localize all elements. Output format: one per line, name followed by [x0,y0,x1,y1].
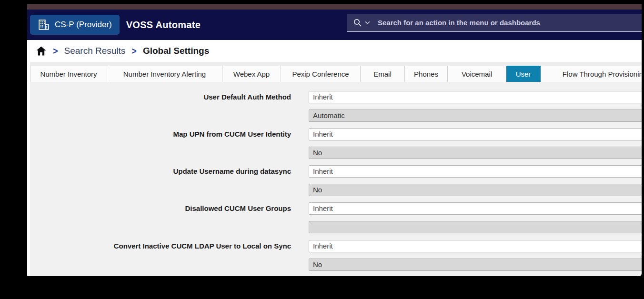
tab-flow-through-provisioning[interactable]: Flow Through Provisioning [541,66,642,82]
tenant-badge-label: CS-P (Provider) [55,20,112,30]
tenant-selector-badge[interactable]: CS-P (Provider) [30,15,120,35]
breadcrumb-item-global-settings: Global Settings [143,46,209,56]
field-label-map-upn-from-cucm-user-identity: Map UPN from CUCM User Identity [27,128,291,140]
readonly-convert-inactive-cucm-ldap-user-value: No [309,259,642,271]
home-icon[interactable] [36,46,47,56]
tab-webex-app[interactable]: Webex App [222,66,281,82]
field-label-disallowed-cucm-user-groups: Disallowed CUCM User Groups [27,202,291,215]
global-search-input[interactable]: Search for an action in the menu or dash… [347,14,642,32]
field-label-convert-inactive-cucm-ldap-user: Convert Inactive CUCM LDAP User to Local… [27,240,291,252]
field-label-user-default-auth-method: User Default Auth Method [27,91,291,103]
app-title: VOSS Automate [126,20,201,30]
field-label-update-username-during-datasync: Update Username during datasync [27,165,291,178]
select-user-default-auth-method[interactable]: Inherit [309,91,642,103]
search-icon[interactable] [353,18,362,27]
app-window: CS-P (Provider) VOSS Automate Search for… [27,4,642,276]
app-header: CS-P (Provider) VOSS Automate Search for… [27,10,642,40]
select-map-upn-from-cucm-user-identity[interactable]: Inherit [309,128,642,140]
global-settings-user-form: User Default Auth Method Inherit Automat… [27,82,642,276]
building-icon [38,19,50,31]
breadcrumb: > Search Results > Global Settings [27,40,642,62]
chevron-down-icon[interactable] [365,21,370,25]
readonly-update-username-during-datasync-value: No [309,184,642,196]
tab-bar: Number Inventory Number Inventory Alerti… [27,62,642,82]
search-placeholder: Search for an action in the menu or dash… [378,19,540,27]
breadcrumb-item-search-results[interactable]: Search Results [64,46,126,56]
readonly-user-default-auth-method-value: Automatic [309,110,642,122]
content-left-edge [27,62,30,276]
select-update-username-during-datasync[interactable]: Inherit [309,165,642,178]
breadcrumb-separator: > [131,45,137,57]
readonly-map-upn-from-cucm-user-identity-value: No [309,147,642,159]
select-convert-inactive-cucm-ldap-user[interactable]: Inherit [309,240,642,252]
window-top-strip [27,4,642,10]
tab-number-inventory[interactable]: Number Inventory [30,66,107,82]
tab-email[interactable]: Email [361,66,405,82]
tab-phones[interactable]: Phones [405,66,448,82]
tab-pexip-conference[interactable]: Pexip Conference [281,66,361,82]
tab-user[interactable]: User [506,66,541,82]
readonly-disallowed-cucm-user-groups-value [309,221,642,233]
breadcrumb-separator: > [53,45,58,57]
tab-voicemail[interactable]: Voicemail [448,66,506,82]
select-disallowed-cucm-user-groups[interactable]: Inherit [309,202,642,215]
tab-number-inventory-alerting[interactable]: Number Inventory Alerting [107,66,222,82]
